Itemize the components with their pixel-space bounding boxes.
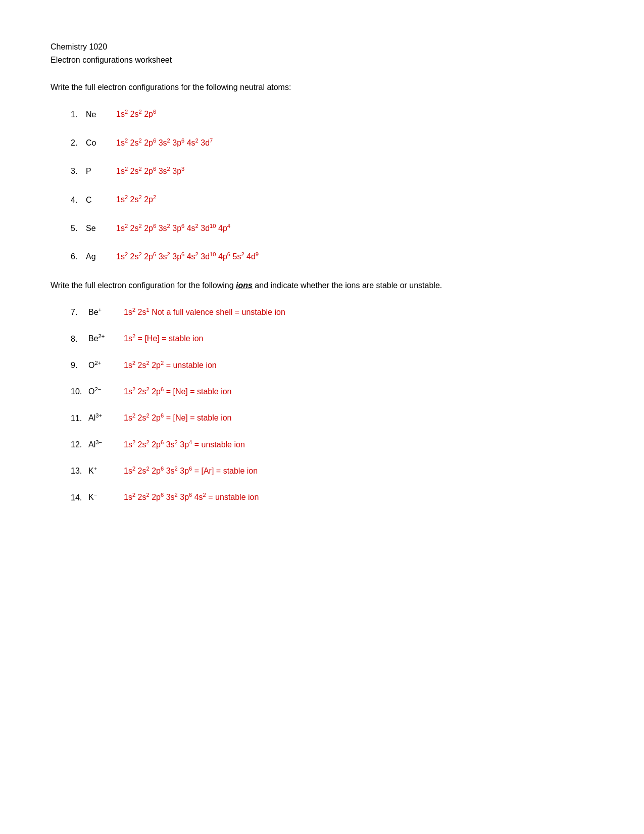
item-config: 1s2 2s2 2p6 3s2 3p6 4s2 = unstable ion <box>124 492 259 502</box>
item-symbol: O2+ <box>88 360 124 370</box>
item-symbol: Be2+ <box>88 333 124 343</box>
item-number: 5. <box>71 224 86 233</box>
item-symbol: C <box>86 196 116 205</box>
item-symbol: K− <box>88 492 124 502</box>
item-number: 6. <box>71 252 86 261</box>
item-config: 1s2 2s2 2p2 <box>116 194 156 204</box>
item-number: 8. <box>71 335 88 344</box>
section1-instruction: Write the full electron configurations f… <box>51 81 593 94</box>
ions-keyword: ions <box>236 281 253 290</box>
item-config: 1s2 2s2 2p6 3s2 3p6 = [Ar] = stable ion <box>124 466 258 476</box>
list-item-1: 1. Ne 1s2 2s2 2p6 <box>71 109 593 119</box>
item-config: 1s2 2s2 2p6 3s2 3p3 <box>116 166 184 176</box>
item-number: 7. <box>71 308 88 317</box>
item-config: 1s2 2s2 2p6 = [Ne] = stable ion <box>124 412 232 423</box>
item-symbol: Al3− <box>88 439 124 449</box>
item-number: 2. <box>71 138 86 148</box>
item-symbol: K+ <box>88 466 124 476</box>
item-number: 1. <box>71 110 86 119</box>
item-number: 4. <box>71 196 86 205</box>
item-number: 9. <box>71 361 88 370</box>
item-config: 1s2 2s2 2p6 <box>116 109 156 119</box>
section2-item-11: 11. Al3+ 1s2 2s2 2p6 = [Ne] = stable ion <box>71 412 593 423</box>
section2-item-10: 10. O2− 1s2 2s2 2p6 = [Ne] = stable ion <box>71 386 593 396</box>
header-line2: Electron configurations worksheet <box>51 54 593 67</box>
item-config: 1s2 2s2 2p6 3s2 3p6 4s2 3d10 4p4 <box>116 223 230 233</box>
section1-list: 1. Ne 1s2 2s2 2p6 2. Co 1s2 2s2 2p6 3s2 … <box>51 109 593 261</box>
item-symbol: O2− <box>88 386 124 396</box>
item-symbol: Se <box>86 224 116 233</box>
header: Chemistry 1020 Electron configurations w… <box>51 40 593 66</box>
section2-item-14: 14. K− 1s2 2s2 2p6 3s2 3p6 4s2 = unstabl… <box>71 492 593 502</box>
item-config: 1s2 2s2 2p6 = [Ne] = stable ion <box>124 386 232 396</box>
item-config: 1s2 2s1 Not a full valence shell = unsta… <box>124 307 285 317</box>
section2-list: 7. Be+ 1s2 2s1 Not a full valence shell … <box>51 307 593 502</box>
header-line1: Chemistry 1020 <box>51 40 593 54</box>
list-item-6: 6. Ag 1s2 2s2 2p6 3s2 3p6 4s2 3d10 4p6 5… <box>71 251 593 261</box>
section2-item-13: 13. K+ 1s2 2s2 2p6 3s2 3p6 = [Ar] = stab… <box>71 466 593 476</box>
item-number: 11. <box>71 414 88 423</box>
item-config: 1s2 2s2 2p6 3s2 3p4 = unstable ion <box>124 439 245 449</box>
section2-item-7: 7. Be+ 1s2 2s1 Not a full valence shell … <box>71 307 593 317</box>
list-item-2: 2. Co 1s2 2s2 2p6 3s2 3p6 4s2 3d7 <box>71 137 593 148</box>
section2-instruction: Write the full electron configuration fo… <box>51 280 593 292</box>
item-symbol: Be+ <box>88 307 124 317</box>
section2-item-8: 8. Be2+ 1s2 = [He] = stable ion <box>71 333 593 343</box>
item-config: 1s2 2s2 2p6 3s2 3p6 4s2 3d10 4p6 5s2 4d9 <box>116 251 259 261</box>
item-symbol: Al3+ <box>88 412 124 423</box>
section2-item-9: 9. O2+ 1s2 2s2 2p2 = unstable ion <box>71 360 593 370</box>
item-number: 12. <box>71 440 88 449</box>
list-item-4: 4. C 1s2 2s2 2p2 <box>71 194 593 204</box>
item-symbol: P <box>86 167 116 176</box>
list-item-5: 5. Se 1s2 2s2 2p6 3s2 3p6 4s2 3d10 4p4 <box>71 223 593 233</box>
section2-item-12: 12. Al3− 1s2 2s2 2p6 3s2 3p4 = unstable … <box>71 439 593 449</box>
item-number: 14. <box>71 493 88 502</box>
item-symbol: Co <box>86 138 116 148</box>
item-config: 1s2 2s2 2p2 = unstable ion <box>124 360 217 370</box>
item-number: 10. <box>71 387 88 396</box>
item-number: 3. <box>71 167 86 176</box>
item-symbol: Ne <box>86 110 116 119</box>
item-config: 1s2 2s2 2p6 3s2 3p6 4s2 3d7 <box>116 137 213 148</box>
item-number: 13. <box>71 467 88 476</box>
item-symbol: Ag <box>86 252 116 261</box>
item-config: 1s2 = [He] = stable ion <box>124 333 203 343</box>
list-item-3: 3. P 1s2 2s2 2p6 3s2 3p3 <box>71 166 593 176</box>
